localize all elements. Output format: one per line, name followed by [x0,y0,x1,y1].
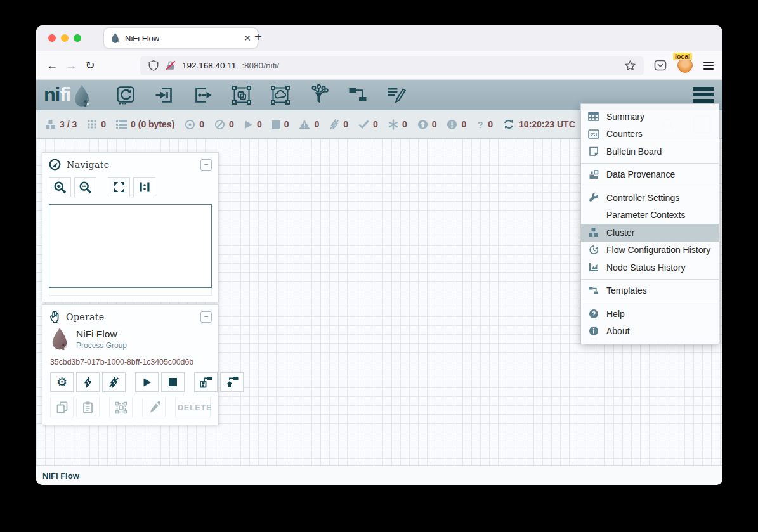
new-tab-button[interactable]: + [254,30,262,44]
menu-item-parameter-contexts[interactable]: Parameter Contexts [581,207,719,224]
upload-template-button[interactable] [220,372,244,392]
menu-item-bulletin-board[interactable]: Bulletin Board [581,143,719,160]
tab-strip: NiFi Flow ✕ + [36,25,722,51]
cluster-icon [587,227,599,238]
status-locally-modified-stale-count: 0 [461,119,466,129]
reload-icon[interactable]: ↻ [81,56,100,75]
close-tab-icon[interactable]: ✕ [244,33,251,43]
browser-menu-icon[interactable] [703,62,714,70]
url-suffix: :8080/nifi/ [242,61,279,70]
birdseye-minimap[interactable] [49,204,212,288]
collapse-navigate-button[interactable]: − [200,159,212,171]
status-stale-count: 0 [432,119,437,129]
processor-component[interactable] [114,84,137,107]
status-threads-count: 0 [101,119,106,129]
template-component[interactable] [346,84,369,107]
nifi-favicon-icon [110,32,120,44]
insecure-lock-icon[interactable] [165,60,176,71]
operate-header[interactable]: Operate − [42,305,218,326]
status-not-transmitting: 0 [214,119,234,130]
forward-icon[interactable]: → [62,56,81,75]
zoom-fit-button[interactable] [108,177,130,197]
bulletin-board-icon [587,146,599,157]
disabled-icon [329,119,339,130]
menu-item-controller-settings[interactable]: Controller Settings [581,189,719,207]
menu-item-data-provenance[interactable]: Data Provenance [581,166,719,184]
disable-button[interactable] [102,372,126,392]
zoom-actual-button[interactable] [133,177,155,197]
status-queued: 0 (0 bytes) [116,119,174,129]
zoom-in-button[interactable] [49,177,71,197]
refresh-status[interactable]: 10:20:23 UTC [503,119,575,129]
transmitting-icon [185,119,195,130]
navigate-panel: Navigate − [42,152,219,302]
menu-item-counters[interactable]: 23Counters [581,126,719,143]
menu-item-about[interactable]: About [581,323,719,341]
menu-item-node-status-history[interactable]: Node Status History [581,259,719,276]
menu-item-help[interactable]: ?Help [581,305,719,323]
label-component[interactable] [385,84,408,107]
zoom-window-button[interactable] [74,34,81,42]
status-transmitting: 0 [185,119,204,130]
configure-button[interactable]: ⚙ [50,372,74,392]
output-port-component[interactable] [192,84,214,107]
navigate-header[interactable]: Navigate − [42,153,218,174]
global-menu-icon[interactable] [693,87,714,103]
refresh-icon[interactable] [503,119,514,129]
status-cluster: 3 / 3 [45,119,77,130]
fill-color-button [142,398,166,417]
delete-button-label: DELETE [178,403,212,412]
remote-process-group-component[interactable] [269,84,292,107]
bookmark-star-icon[interactable] [624,60,636,72]
nifi-logo: ni fi [44,82,91,108]
menu-item-label: Data Provenance [606,169,675,179]
status-up-to-date: 0 [358,119,378,129]
start-button[interactable] [135,372,159,392]
create-template-button[interactable] [194,372,218,392]
svg-text:?: ? [478,119,483,130]
group-button [109,398,133,417]
stale-icon [417,119,428,130]
locally-modified-stale-icon [447,119,457,130]
close-window-button[interactable] [48,34,56,42]
breadcrumb-current[interactable]: NiFi Flow [42,471,79,481]
status-disabled: 0 [329,119,348,130]
collapse-operate-button[interactable]: − [200,311,212,323]
status-sync-failure: ?0 [476,119,493,130]
operate-title: Operate [66,312,104,322]
operate-actions-secondary: DELETE [42,392,218,425]
running-icon [244,120,253,129]
menu-item-label: Node Status History [606,263,686,273]
minimize-window-button[interactable] [61,34,69,42]
shield-icon[interactable] [148,60,159,71]
counters-icon: 23 [587,129,599,139]
status-invalid-count: 0 [314,119,319,129]
pocket-icon[interactable] [654,59,667,72]
input-port-component[interactable] [153,84,176,107]
screen: { "browser": { "tab": {"title": "NiFi Fl… [0,0,758,532]
process-group-component[interactable] [230,84,253,107]
stop-button[interactable] [161,372,185,392]
global-menu: Summary23CountersBulletin BoardData Prov… [580,103,719,344]
copy-button [50,398,74,417]
hand-icon [49,311,60,323]
menu-item-templates[interactable]: Templates [581,282,719,300]
status-stale: 0 [417,119,437,130]
menu-divider [581,186,719,186]
menu-item-cluster[interactable]: Cluster [581,224,719,242]
url-bar[interactable]: 192.168.40.11 :8080/nifi/ [140,56,644,75]
funnel-component[interactable] [308,84,330,107]
menu-item-flow-configuration-history[interactable]: Flow Configuration History [581,242,719,259]
selected-component: NiFi Flow Process Group [42,326,218,351]
browser-tab[interactable]: NiFi Flow ✕ [104,28,258,48]
enable-button[interactable] [76,372,100,392]
browser-window: NiFi Flow ✕ + ← → ↻ 192.168.40.11 :8080/… [36,25,722,485]
status-cluster-count: 3 / 3 [60,119,77,129]
status-up-to-date-count: 0 [373,119,378,129]
flow-configuration-history-icon [587,245,599,255]
back-icon[interactable]: ← [42,56,62,75]
account-avatar[interactable]: local [677,58,693,73]
zoom-out-button[interactable] [74,177,96,197]
not-transmitting-icon [214,119,225,130]
menu-item-summary[interactable]: Summary [581,108,719,126]
